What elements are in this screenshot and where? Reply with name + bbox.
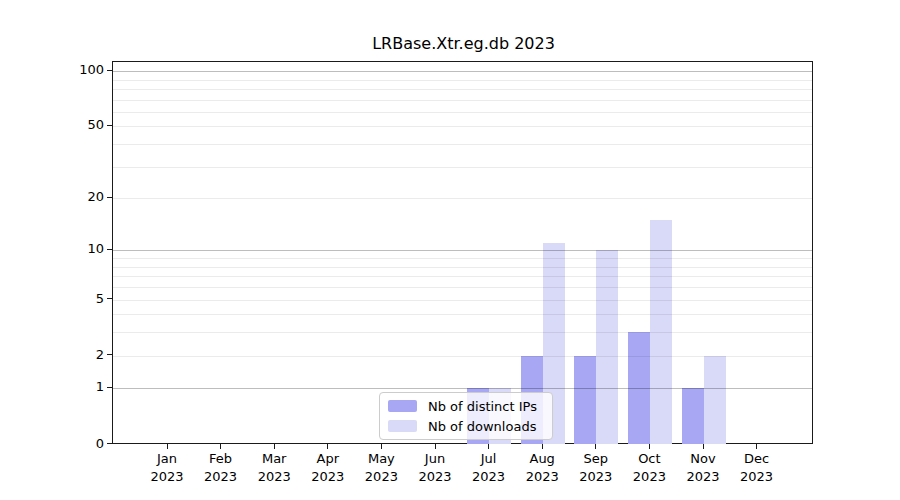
x-tick: [381, 444, 382, 449]
y-tick-label: 5: [0, 290, 104, 308]
x-tick: [327, 444, 328, 449]
gridline-minor: [113, 126, 812, 127]
legend-label-downloads: Nb of downloads: [428, 419, 536, 434]
legend-item-distinct-ips: Nb of distinct IPs: [388, 398, 544, 415]
y-tick-label: 10: [0, 240, 104, 258]
x-tick: [542, 444, 543, 449]
x-tick: [488, 444, 489, 449]
y-tick-label: 100: [0, 61, 104, 79]
x-tick: [756, 444, 757, 449]
gridline-minor: [113, 332, 812, 333]
gridline-minor: [113, 356, 812, 357]
y-tick: [107, 197, 112, 198]
gridline-minor: [113, 100, 812, 101]
y-tick: [107, 298, 112, 299]
gridline-minor: [113, 144, 812, 145]
gridline-minor: [113, 287, 812, 288]
gridline-minor: [113, 258, 812, 259]
gridline-minor: [113, 300, 812, 301]
x-tick: [274, 444, 275, 449]
gridline-major: [113, 71, 812, 72]
x-tick: [220, 444, 221, 449]
gridline-major: [113, 388, 812, 389]
y-tick-label: 2: [0, 346, 104, 364]
y-tick: [107, 387, 112, 388]
x-tick: [649, 444, 650, 449]
x-tick: [435, 444, 436, 449]
x-tick: [167, 444, 168, 449]
y-tick: [107, 249, 112, 250]
gridlines-layer: [113, 62, 812, 443]
y-tick: [107, 70, 112, 71]
x-tick: [595, 444, 596, 449]
y-tick-label: 50: [0, 116, 104, 134]
gridline-minor: [113, 314, 812, 315]
chart-title: LRBase.Xtr.eg.db 2023: [113, 34, 814, 53]
y-tick-label: 1: [0, 378, 104, 396]
plot-area: [112, 61, 813, 444]
gridline-minor: [113, 80, 812, 81]
legend-swatch-downloads: [388, 420, 417, 432]
legend: Nb of distinct IPs Nb of downloads: [379, 392, 553, 440]
legend-item-downloads: Nb of downloads: [388, 418, 544, 435]
y-tick-label: 0: [0, 435, 104, 453]
gridline-minor: [113, 276, 812, 277]
gridline-major: [113, 250, 812, 251]
y-tick-label: 20: [0, 188, 104, 206]
gridline-minor: [113, 198, 812, 199]
y-tick: [107, 354, 112, 355]
gridline-minor: [113, 112, 812, 113]
y-tick: [107, 125, 112, 126]
legend-label-distinct-ips: Nb of distinct IPs: [428, 399, 537, 414]
gridline-minor: [113, 167, 812, 168]
gridline-minor: [113, 89, 812, 90]
x-tick-label: Dec 2023: [717, 450, 797, 485]
gridline-minor: [113, 267, 812, 268]
download-stats-chart: LRBase.Xtr.eg.db 2023 0125102050100Jan 2…: [0, 0, 900, 500]
x-tick: [703, 444, 704, 449]
y-tick: [107, 443, 112, 444]
legend-swatch-distinct-ips: [388, 400, 417, 412]
